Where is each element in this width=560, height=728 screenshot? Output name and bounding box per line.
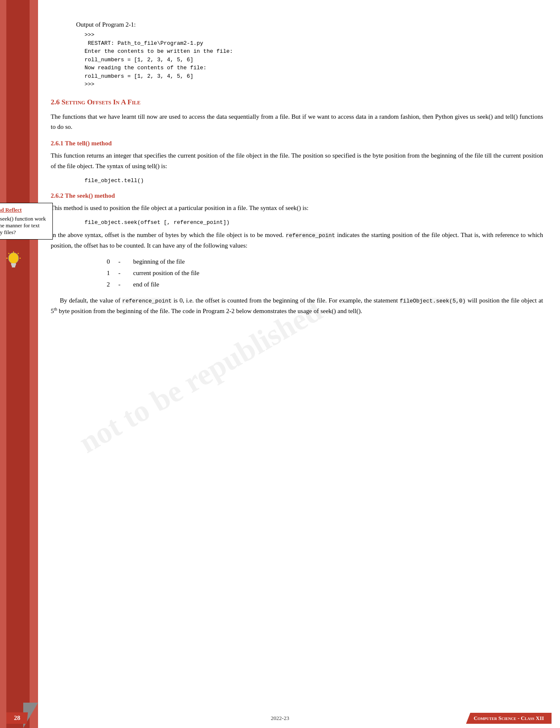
seek-code-line: file_object.seek(offset [, reference_poi… [85,218,543,227]
section-26-heading: 2.6 Setting Offsets in a File [51,98,543,106]
section-262-body3: By default, the value of reference_point… [51,295,543,316]
superscript: th [54,307,57,311]
value-desc-2: end of file [133,279,159,290]
body3-start: By default, the value of [60,297,120,304]
code-line-6: roll_numbers = [1, 2, 3, 4, 5, 6] [85,72,543,81]
value-dash-0: - [118,256,125,267]
page-container: not to be republished Output of Program … [0,0,560,728]
think-reflect-box: Think and Reflect Does the seek() functi… [0,203,53,240]
code-line-2: RESTART: Path_to_file\Program2-1.py [85,39,543,48]
section-261-body-text: This function returns an integer that sp… [51,152,543,169]
lightbulb-area [6,251,21,274]
section-262-wrapper: Think and Reflect Does the seek() functi… [51,203,543,316]
section-262-body2: In the above syntax, offset is the numbe… [51,230,543,251]
value-list: 0 - beginning of the file 1 - current po… [101,256,543,290]
bottom-bar: 28 2022-23 Computer Science - Class XII [0,703,560,728]
body3-mid: is 0, i.e. the offset is counted from th… [173,297,398,304]
value-row-1: 1 - current position of the file [101,267,543,279]
output-label: Output of Program 2-1: [76,21,543,28]
tell-code-line: file_object.tell() [85,177,543,185]
body2-text: In the above syntax, offset is the numbe… [51,232,284,238]
reference-point-code-2: reference_point [122,298,172,304]
code-line-3: Enter the contents to be written in the … [85,47,543,56]
reference-point-code-1: reference_point [286,232,335,239]
code-line-5: Now reading the contents of the file: [85,64,543,72]
value-row-0: 0 - beginning of the file [101,256,543,267]
footer-year: 2022-23 [271,715,289,722]
code-line-4: roll_numbers = [1, 2, 3, 4, 5, 6] [85,56,543,64]
value-desc-0: beginning of the file [133,256,185,267]
value-dash-1: - [118,267,125,279]
section-261-heading: 2.6.1 The tell() method [51,140,543,147]
code-line-7: >>> [85,80,543,89]
code-line-1: >>> [85,31,543,39]
section-261-body: This function returns an integer that sp… [51,150,543,172]
fileobject-seek-code: fileObject.seek(5,0) [400,298,466,304]
content-area: Output of Program 2-1: >>> RESTART: Path… [51,21,543,355]
value-num-2: 2 [101,279,110,290]
think-reflect-body: Does the seek() function work in the sam… [0,215,48,236]
lightbulb-icon [6,251,21,273]
value-dash-2: - [118,279,125,290]
code-block-output: >>> RESTART: Path_to_file\Program2-1.py … [85,31,543,89]
value-num-0: 0 [101,256,110,267]
svg-line-5 [8,253,9,254]
page-number: 28 [6,712,28,724]
think-reflect-title: Think and Reflect [0,207,48,213]
subject-label: Computer Science - Class XII [466,713,552,724]
section-262-body1: This method is used to position the file… [51,203,543,213]
svg-rect-1 [11,263,16,265]
svg-point-0 [8,253,19,264]
svg-rect-3 [12,266,15,267]
section-26-body: The functions that we have learnt till n… [51,112,543,133]
svg-line-6 [18,253,19,254]
value-num-1: 1 [101,267,110,279]
left-sidebar-inner [6,0,30,728]
value-desc-1: current position of the file [133,267,199,279]
section-262-heading: 2.6.2 The seek() method [51,192,543,199]
svg-rect-2 [11,265,16,266]
value-row-2: 2 - end of file [101,279,543,290]
